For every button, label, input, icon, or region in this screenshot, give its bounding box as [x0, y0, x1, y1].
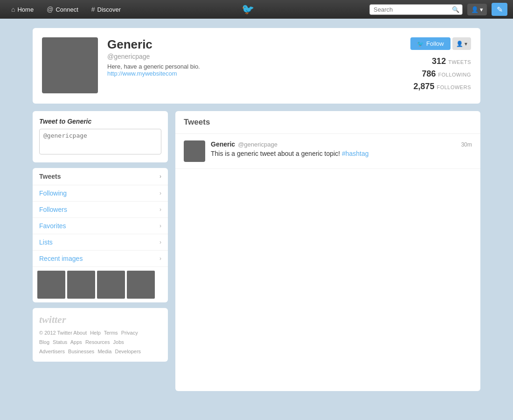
followers-stat: 2,875 FOLLOWERS [396, 82, 471, 91]
twitter-footer-logo: twitter [39, 314, 161, 326]
sidebar-tweets-label: Tweets [39, 173, 61, 180]
tweet-avatar [184, 140, 205, 162]
footer-help[interactable]: Help [90, 330, 101, 336]
tweet-user-name: Generic [211, 140, 235, 148]
tweet-body: Generic @genericpage 30m This is a gener… [211, 140, 472, 162]
footer-copyright: © 2012 Twitter [39, 330, 72, 336]
tweet-hashtag[interactable]: #hashtag [342, 150, 369, 157]
nav-connect-label: Connect [55, 6, 78, 13]
search-bar[interactable]: 🔍 [369, 4, 463, 15]
compose-button[interactable]: ✎ [492, 3, 507, 16]
footer-apps[interactable]: Apps [70, 339, 82, 345]
footer-jobs[interactable]: Jobs [113, 339, 124, 345]
twitter-bird-icon: 🐦 [242, 3, 254, 15]
recent-images-chevron-icon: › [159, 255, 161, 262]
followers-chevron-icon: › [159, 206, 161, 213]
followers-label: FOLLOWERS [437, 84, 471, 90]
profile-info: Generic @genericpage Here, have a generi… [107, 37, 387, 77]
tweet-input[interactable] [39, 129, 161, 154]
lists-label: Lists [39, 238, 53, 246]
sidebar-item-favorites[interactable]: Favorites › [33, 218, 168, 234]
sidebar-item-following[interactable]: Following › [33, 185, 168, 202]
recent-images-header[interactable]: Recent images › [33, 251, 168, 267]
footer-advertisers[interactable]: Advertisers [39, 349, 65, 354]
profile-url[interactable]: http://www.mywebsitecom [107, 70, 177, 77]
tweet-time: 30m [461, 141, 472, 148]
nav-discover[interactable]: # Discover [86, 3, 126, 16]
footer-terms[interactable]: Terms [104, 330, 118, 336]
sidebar-nav-panel: Tweets › Following › Followers › Favorit… [33, 168, 168, 302]
page-content: Generic @genericpage Here, have a generi… [28, 19, 485, 400]
favorites-label: Favorites [39, 222, 66, 230]
profile-name: Generic [107, 37, 387, 52]
tweet-header: Generic @genericpage 30m [211, 140, 472, 148]
followers-label: Followers [39, 206, 67, 213]
footer-links: © 2012 Twitter About Help Terms Privacy … [39, 329, 161, 356]
tweet-user-handle: @genericpage [238, 141, 277, 148]
tweets-panel-header: Tweets [175, 111, 480, 134]
hash-icon: # [91, 6, 95, 13]
nav-connect[interactable]: @ Connect [41, 3, 84, 16]
main-columns: Tweet to Generic Tweets › Following › Fo… [33, 111, 480, 391]
tweets-chevron-icon: › [159, 173, 161, 180]
footer-status[interactable]: Status [53, 339, 67, 345]
recent-images-grid [33, 267, 168, 302]
follow-label: Follow [426, 40, 444, 47]
favorites-chevron-icon: › [159, 223, 161, 229]
following-chevron-icon: › [159, 190, 161, 196]
user-menu-button[interactable]: 👤 ▾ [467, 4, 487, 15]
search-icon: 🔍 [452, 6, 459, 13]
user-icon: 👤 [471, 6, 478, 13]
compose-icon: ✎ [497, 5, 503, 14]
followers-count: 2,875 [413, 82, 434, 91]
profile-handle: @genericpage [107, 53, 387, 60]
profile-bio: Here, have a generic personal bio. [107, 63, 387, 70]
following-label: Following [39, 189, 67, 197]
navbar: ⌂ Home @ Connect # Discover 🐦 🔍 👤 ▾ ✎ [0, 0, 513, 19]
nav-discover-label: Discover [97, 6, 121, 13]
tweets-label: TWEETS [448, 59, 471, 65]
following-stat: 786 FOLLOWING [396, 69, 471, 79]
footer-developers[interactable]: Developers [115, 349, 141, 354]
profile-stats: 🐦 Follow 👤 ▾ 312 TWEETS 786 FOLLOWING 2,… [396, 37, 471, 94]
sidebar: Tweet to Generic Tweets › Following › Fo… [33, 111, 168, 362]
tweet-box-title: Tweet to Generic [39, 118, 161, 125]
tweet-text-content: This is a generic tweet about a generic … [211, 150, 342, 157]
recent-image-3[interactable] [97, 271, 125, 299]
footer-about[interactable]: About [73, 330, 87, 336]
footer-media[interactable]: Media [97, 349, 111, 354]
tweets-count: 312 [432, 56, 446, 66]
search-input[interactable] [374, 6, 452, 13]
recent-image-1[interactable] [37, 271, 65, 299]
sidebar-tweets-header: Tweets › [33, 168, 168, 185]
following-count: 786 [422, 69, 436, 79]
lists-chevron-icon: › [159, 239, 161, 245]
footer-blog[interactable]: Blog [39, 339, 49, 345]
footer-privacy[interactable]: Privacy [121, 330, 138, 336]
at-icon: @ [47, 6, 53, 13]
table-row: Generic @genericpage 30m This is a gener… [175, 134, 480, 169]
recent-image-2[interactable] [67, 271, 95, 299]
sidebar-item-lists[interactable]: Lists › [33, 234, 168, 251]
sidebar-footer: twitter © 2012 Twitter About Help Terms … [33, 308, 168, 362]
dropdown-arrow-icon: 👤 ▾ [456, 41, 467, 47]
profile-header: Generic @genericpage Here, have a generi… [33, 28, 480, 104]
nav-home[interactable]: ⌂ Home [6, 3, 39, 16]
profile-actions: 🐦 Follow 👤 ▾ [396, 37, 471, 50]
user-dropdown-arrow: ▾ [480, 6, 483, 13]
following-label: FOLLOWING [438, 72, 471, 77]
avatar [42, 37, 98, 93]
tweet-text: This is a generic tweet about a generic … [211, 149, 472, 159]
bird-icon: 🐦 [417, 41, 424, 47]
recent-images-label: Recent images [39, 255, 83, 262]
profile-dropdown-button[interactable]: 👤 ▾ [452, 37, 471, 50]
tweets-panel: Tweets Generic @genericpage 30m This is … [175, 111, 480, 391]
tweet-box: Tweet to Generic [33, 111, 168, 162]
follow-button[interactable]: 🐦 Follow [410, 37, 451, 50]
home-icon: ⌂ [11, 6, 15, 13]
footer-resources[interactable]: Resources [85, 339, 110, 345]
recent-image-4[interactable] [127, 271, 155, 299]
nav-home-label: Home [17, 6, 34, 13]
sidebar-item-followers[interactable]: Followers › [33, 202, 168, 218]
footer-businesses[interactable]: Businesses [68, 349, 94, 354]
